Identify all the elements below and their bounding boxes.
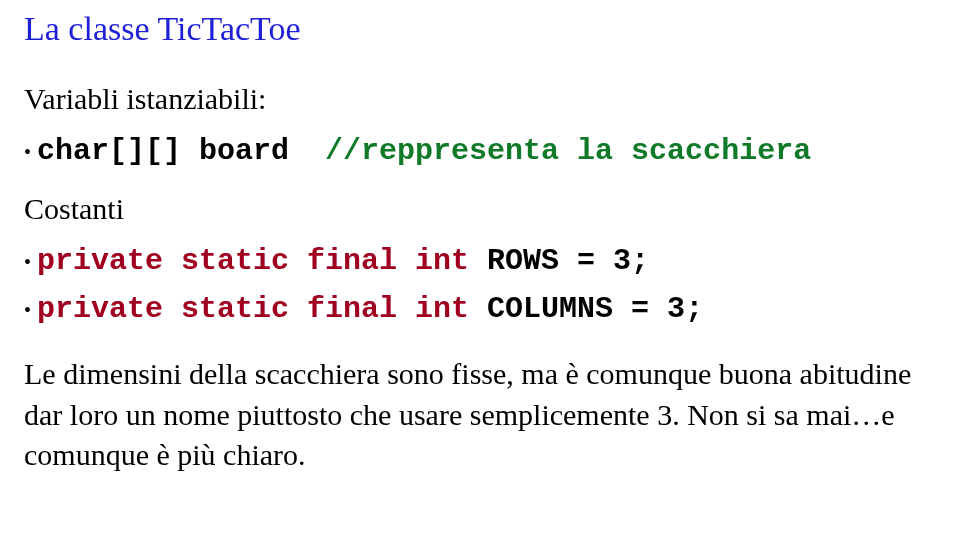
bullet-icon: • xyxy=(24,137,31,167)
code-keywords: private static final int xyxy=(37,244,487,278)
bullet-icon: • xyxy=(24,295,31,325)
code-board-comment: //reppresenta la scacchiera xyxy=(325,134,811,168)
code-line-rows: • private static final int ROWS = 3; xyxy=(24,244,936,278)
code-columns-rest: COLUMNS = 3; xyxy=(487,292,703,326)
code-keywords: private static final int xyxy=(37,292,487,326)
code-rows-rest: ROWS = 3; xyxy=(487,244,649,278)
section-intro: Variabli istanziabili: xyxy=(24,82,936,116)
slide-title: La classe TicTacToe xyxy=(24,10,936,48)
bullet-icon: • xyxy=(24,247,31,277)
section-constants-label: Costanti xyxy=(24,192,936,226)
slide: La classe TicTacToe Variabli istanziabil… xyxy=(0,0,960,546)
explanation-paragraph: Le dimensini della scacchiera sono fisse… xyxy=(24,354,936,476)
code-line-board: • char[][] board //reppresenta la scacch… xyxy=(24,134,936,168)
code-board-decl: char[][] board xyxy=(37,134,325,168)
code-line-columns: • private static final int COLUMNS = 3; xyxy=(24,292,936,326)
